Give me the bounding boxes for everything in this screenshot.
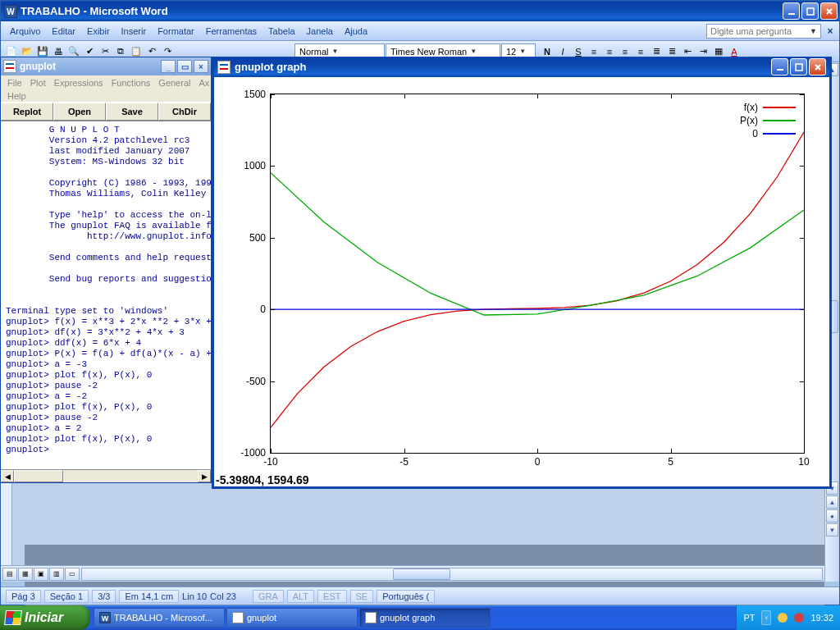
gnuplot-graph-window: gnuplot graph f(x) P(x) 0 -1000-50005001… <box>212 57 832 489</box>
menu-inserir[interactable]: Inserir <box>116 25 153 38</box>
gnuplot-term-menubar: File Plot Expressions Functions General … <box>1 75 211 90</box>
h-scroll-thumb[interactable] <box>14 470 63 482</box>
menu-file[interactable]: File <box>4 77 25 89</box>
menu-editar[interactable]: Editar <box>46 25 81 38</box>
chdir-button[interactable]: ChDir <box>158 103 211 121</box>
minimize-button[interactable]: _ <box>161 60 176 73</box>
maximize-button[interactable] <box>801 2 819 20</box>
scroll-right-icon[interactable]: ▶ <box>198 470 211 482</box>
menu-plot[interactable]: Plot <box>27 77 49 89</box>
view-print-icon[interactable]: ▣ <box>34 568 48 581</box>
word-menubar: Arquivo Editar Exibir Inserir Formatar F… <box>1 21 839 41</box>
status-est: EST <box>317 590 346 603</box>
status-se: SE <box>350 590 374 603</box>
gnuplot-graph-titlebar[interactable]: gnuplot graph <box>214 57 829 77</box>
doc-close-button[interactable]: × <box>824 25 836 37</box>
menu-axes[interactable]: Ax <box>195 77 212 89</box>
menu-arquivo[interactable]: Arquivo <box>4 25 46 38</box>
horizontal-scrollbar: ▤ ▦ ▣ ▥ ▭ <box>1 565 824 582</box>
status-lang: Português ( <box>377 590 435 603</box>
start-button[interactable]: Iniciar <box>0 605 90 630</box>
h-scroll-track[interactable] <box>81 568 823 581</box>
x-tick-label: -5 <box>399 453 409 468</box>
x-tick-label: 10 <box>798 453 809 468</box>
taskbar-item-gnuplot[interactable]: gnuplot <box>226 608 358 628</box>
taskbar-item-gnuplot-graph[interactable]: gnuplot graph <box>359 608 491 628</box>
status-section: Seção 1 <box>44 590 89 603</box>
tray-expand-icon[interactable]: ‹ <box>761 610 771 625</box>
close-button[interactable] <box>809 58 826 75</box>
menu-functions[interactable]: Functions <box>108 77 154 89</box>
menu-general[interactable]: General <box>155 77 194 89</box>
y-tick-label: 1000 <box>244 160 271 171</box>
menu-janela[interactable]: Janela <box>301 25 339 38</box>
word-icon: W <box>4 5 17 18</box>
chevron-down-icon: ▼ <box>519 48 526 55</box>
gnuplot-icon <box>232 612 244 623</box>
close-button[interactable]: × <box>194 60 208 73</box>
legend: f(x) P(x) 0 <box>740 101 796 140</box>
word-title: TRABALHO - Microsoft Word <box>21 5 168 17</box>
replot-button[interactable]: Replot <box>1 103 53 121</box>
chevron-down-icon: ▼ <box>810 27 817 35</box>
legend-item: P(x) <box>740 114 796 127</box>
menu-expressions[interactable]: Expressions <box>51 77 107 89</box>
close-button[interactable] <box>820 2 838 20</box>
maximize-button[interactable]: ▭ <box>177 60 192 73</box>
clock[interactable]: 19:32 <box>810 613 833 623</box>
view-normal-icon[interactable]: ▤ <box>2 568 17 581</box>
gnuplot-term-menubar2: Help <box>1 90 211 102</box>
save-button[interactable]: Save <box>106 103 158 121</box>
status-gra: GRA <box>253 590 284 603</box>
next-page-icon[interactable]: ▼ <box>826 523 838 536</box>
open-button[interactable]: Open <box>53 103 106 121</box>
minimize-button[interactable] <box>783 2 800 20</box>
scroll-left-icon[interactable]: ◀ <box>1 470 14 482</box>
word-icon: W <box>99 612 111 623</box>
language-indicator[interactable]: PT <box>743 613 755 623</box>
menu-tabela[interactable]: Tabela <box>262 25 300 38</box>
h-scroll-thumb[interactable] <box>393 568 450 580</box>
status-pages: 3/3 <box>92 590 116 603</box>
svg-rect-3 <box>796 64 802 71</box>
help-search-placeholder: Digite uma pergunta <box>710 26 792 36</box>
view-web-icon[interactable]: ▦ <box>18 568 33 581</box>
view-outline-icon[interactable]: ▥ <box>49 568 64 581</box>
plot-area[interactable]: f(x) P(x) 0 -1000-500050010001500-10-505… <box>214 77 829 486</box>
prev-page-icon[interactable]: ▲ <box>826 495 838 509</box>
browse-object-icon[interactable]: ● <box>826 509 838 523</box>
minimize-button[interactable] <box>771 58 788 75</box>
menu-ferramentas[interactable]: Ferramentas <box>200 25 262 38</box>
chevron-down-icon: ▼ <box>331 48 338 55</box>
status-pos: Em 14,1 cm <box>119 590 179 603</box>
taskbar: Iniciar W TRABALHO - Microsof... gnuplot… <box>0 605 840 630</box>
taskbar-item-word[interactable]: W TRABALHO - Microsof... <box>94 608 225 628</box>
help-search-input[interactable]: Digite uma pergunta ▼ <box>706 24 821 39</box>
gnuplot-graph-title: gnuplot graph <box>235 61 306 73</box>
menu-formatar[interactable]: Formatar <box>152 25 200 38</box>
menu-ajuda[interactable]: Ajuda <box>339 25 373 38</box>
tray-icon[interactable] <box>794 613 804 623</box>
view-reading-icon[interactable]: ▭ <box>65 568 80 581</box>
maximize-button[interactable] <box>790 58 807 75</box>
system-tray: PT ‹ 19:32 <box>736 605 840 630</box>
gnuplot-icon <box>365 612 377 623</box>
menu-help[interactable]: Help <box>4 90 30 102</box>
legend-swatch <box>763 133 796 135</box>
gnuplot-h-scrollbar[interactable]: ◀ ▶ <box>1 469 211 482</box>
gnuplot-icon <box>217 61 231 74</box>
word-statusbar: Pág 3 Seção 1 3/3 Em 14,1 cm Lin 10 Col … <box>1 587 839 605</box>
legend-swatch <box>763 120 796 121</box>
gnuplot-term-titlebar[interactable]: gnuplot _ ▭ × <box>1 57 211 75</box>
gnuplot-console[interactable]: G N U P L O T Version 4.2 patchlevel rc3… <box>1 121 211 469</box>
status-page: Pág 3 <box>6 590 41 603</box>
tray-icon[interactable] <box>778 613 788 623</box>
y-tick-label: 500 <box>249 232 271 244</box>
menu-exibir[interactable]: Exibir <box>81 25 116 38</box>
x-tick-label: 5 <box>668 453 673 468</box>
svg-rect-2 <box>777 69 783 71</box>
axes-box: f(x) P(x) 0 -1000-500050010001500-10-505… <box>270 94 805 454</box>
status-line: Lin 10 <box>182 591 207 601</box>
word-titlebar[interactable]: W TRABALHO - Microsoft Word <box>1 1 839 21</box>
coordinate-readout: -5.39804, 1594.69 <box>214 473 311 486</box>
